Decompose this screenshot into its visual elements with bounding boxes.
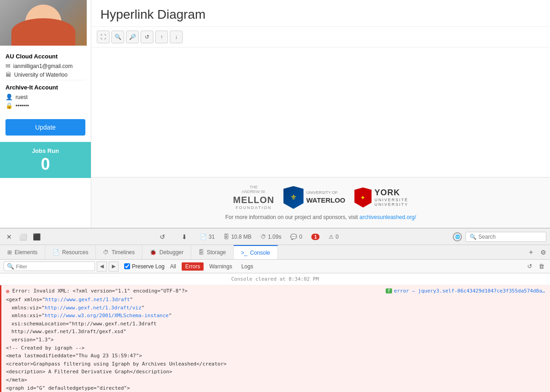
- devtools-settings-button[interactable]: ⚙: [537, 245, 550, 259]
- devtools-reload-button[interactable]: ↺: [156, 230, 169, 243]
- console-search-icon: 🔍: [7, 263, 14, 270]
- up-button[interactable]: ↑: [155, 31, 168, 43]
- errors-badge: 1: [311, 234, 320, 240]
- elements-tab-icon: ⊞: [7, 249, 12, 256]
- storage-tab-icon: 🗄: [199, 249, 204, 256]
- york-text: YORK UNIVERSITÉ UNIVERSITY: [374, 188, 408, 207]
- diagram-toolbar: ⛶ 🔍 🔎 ↺ ↑ ↓: [91, 27, 550, 47]
- mellon-line2: ANDREW W.: [233, 189, 274, 194]
- error-line-7: <!-- Created by igraph -->: [6, 344, 545, 352]
- add-tab-button[interactable]: +: [525, 245, 537, 259]
- york-sub1: UNIVERSITÉ: [374, 198, 408, 202]
- devtools-close-button[interactable]: ✕: [3, 230, 16, 243]
- files-count: 31: [209, 234, 215, 240]
- fullscreen-button[interactable]: ⛶: [97, 31, 110, 43]
- refresh-console-button[interactable]: ↺: [524, 261, 534, 272]
- diagram-area: [91, 47, 550, 177]
- filter-errors-button[interactable]: Errors: [182, 262, 204, 271]
- preserve-log-checkbox[interactable]: [124, 263, 130, 269]
- error-detail: <gexf xmlns="http://www.gexf.net/1.3draf…: [6, 296, 545, 392]
- devtools-toolbar-right: 🌐: [449, 232, 466, 241]
- messages-icon: 💬: [290, 234, 297, 240]
- mellon-logo: THE ANDREW W. MELLON FOUNDATION: [233, 185, 274, 210]
- messages-stat: 💬 0: [290, 234, 302, 240]
- files-stat: 📄 31: [200, 234, 215, 240]
- size-stat: 🗄 10.8 MB: [224, 234, 251, 240]
- mellon-sub: FOUNDATION: [233, 205, 274, 210]
- filter-all-button[interactable]: All: [166, 262, 179, 271]
- console-filter-bar: 🔍 ◀ ▶ Preserve Log All Errors Warnings L…: [0, 260, 550, 273]
- console-filter-input[interactable]: [16, 264, 89, 269]
- lock-icon: 🔒: [5, 102, 13, 109]
- york-sub2: UNIVERSITY: [374, 202, 408, 207]
- error-line-9: <creator>Graphpass filtering using Igrap…: [6, 360, 545, 368]
- devtools-split-button[interactable]: ⬛: [30, 230, 43, 243]
- jobs-run-label: Jobs Run: [4, 147, 87, 154]
- time-icon: ⏱: [261, 234, 266, 240]
- error-line-11: </meta>: [6, 376, 545, 384]
- sidebar-password: •••••••: [16, 103, 29, 109]
- tab-timelines[interactable]: ⏱ Timelines: [96, 245, 142, 259]
- archive-it-title: Archive-It Account: [5, 84, 85, 91]
- page-title: Hyperlink Diagram: [100, 7, 541, 22]
- filter-logs-button[interactable]: Logs: [238, 262, 257, 271]
- tab-storage[interactable]: 🗄 Storage: [191, 245, 234, 259]
- sidebar-email: ianmilligan1@gmail.com: [13, 63, 73, 69]
- clear-console-button[interactable]: 🗑: [536, 261, 546, 272]
- jobs-run-count: 0: [4, 156, 87, 172]
- zoom-out-button[interactable]: 🔎: [126, 31, 139, 43]
- waterloo-text: UNIVERSITY OF WATERLOO: [306, 190, 346, 204]
- filter-next-button[interactable]: ▶: [109, 261, 119, 272]
- zoom-in-button[interactable]: 🔍: [111, 31, 124, 43]
- tagline-text: For more information on our project and …: [225, 214, 359, 220]
- main-content: Hyperlink Diagram ⛶ 🔍 🔎 ↺ ↑ ↓ THE ANDREW…: [91, 0, 550, 228]
- devtools-toolbar: ✕ ⬜ ⬛ ↺ ⬇ 📄 31 🗄 10.8 MB ⏱ 1.09s 💬 0: [0, 229, 550, 245]
- york-shield: ✦: [354, 188, 372, 208]
- sidebar-institution: University of Waterloo: [14, 72, 68, 78]
- error-line-2: xmlns:viz="http://www.gexf.net/1.3draft/…: [6, 304, 545, 312]
- error-main-text: Error: Invalid XML: <?xml version="1.1" …: [12, 288, 383, 294]
- email-icon: ✉: [5, 63, 10, 69]
- debugger-tab-label: Debugger: [159, 249, 183, 256]
- update-button[interactable]: Update: [5, 119, 85, 136]
- sponsors-logos: THE ANDREW W. MELLON FOUNDATION ⚜ UNIVER…: [233, 185, 409, 210]
- size-value: 10.8 MB: [231, 234, 251, 240]
- tab-resources[interactable]: 📄 Resources: [45, 245, 96, 259]
- devtools-stats: ↺ ⬇ 📄 31 🗄 10.8 MB ⏱ 1.09s 💬 0 1: [46, 230, 449, 243]
- devtools-dock-button[interactable]: ⬜: [16, 230, 29, 243]
- warnings-stat: ⚠ 0: [329, 234, 339, 240]
- size-icon: 🗄: [224, 234, 229, 240]
- preserve-log-text: Preserve Log: [132, 263, 164, 270]
- error-header: ⊗ Error: Invalid XML: <?xml version="1.1…: [6, 288, 545, 295]
- devtools-search-input[interactable]: [478, 234, 542, 240]
- waterloo-univ-of: UNIVERSITY OF: [306, 190, 346, 196]
- error-line-8: <meta lastmodifieddate="Thu Aug 23 15:59…: [6, 352, 545, 360]
- error-source: ferror — jquery3.self-06c43429d1047ce3f3…: [386, 288, 545, 294]
- error-line-10: <description> A Filtered Derivative Grap…: [6, 368, 545, 376]
- sponsors-link[interactable]: archivesunleashed.org/: [360, 214, 416, 220]
- file-icon: 📄: [200, 234, 207, 240]
- devtools-search-box[interactable]: 🔍: [466, 232, 546, 242]
- sidebar-username-row: 👤 ruest: [5, 94, 85, 100]
- filter-warnings-button[interactable]: Warnings: [205, 262, 236, 271]
- timelines-tab-label: Timelines: [111, 249, 135, 256]
- devtools-download-button[interactable]: ⬇: [178, 230, 191, 243]
- preserve-log-label[interactable]: Preserve Log: [124, 263, 164, 270]
- warnings-icon: ⚠: [329, 234, 334, 240]
- cloud-account-title: AU Cloud Account: [5, 53, 85, 60]
- filter-prev-button[interactable]: ◀: [97, 261, 107, 272]
- sidebar-institution-row: 🏛 University of Waterloo: [5, 71, 85, 78]
- tab-elements[interactable]: ⊞ Elements: [0, 245, 45, 259]
- refresh-diagram-button[interactable]: ↺: [141, 31, 153, 43]
- mellon-line1: THE: [233, 185, 274, 190]
- down-button[interactable]: ↓: [170, 31, 183, 43]
- tab-console[interactable]: >_ Console: [234, 245, 278, 259]
- error-line-5: http://www.gexf.net/1.3draft/gexf.xsd": [6, 328, 545, 336]
- elements-tab-label: Elements: [15, 249, 37, 256]
- devtools-toolbar-left: ✕ ⬜ ⬛: [0, 230, 46, 243]
- sidebar-email-row: ✉ ianmilligan1@gmail.com: [5, 63, 85, 69]
- tab-debugger[interactable]: 🐞 Debugger: [142, 245, 191, 259]
- user-icon: 👤: [5, 94, 13, 100]
- error-icon: ⊗: [6, 288, 10, 295]
- console-search-box[interactable]: 🔍: [4, 261, 95, 271]
